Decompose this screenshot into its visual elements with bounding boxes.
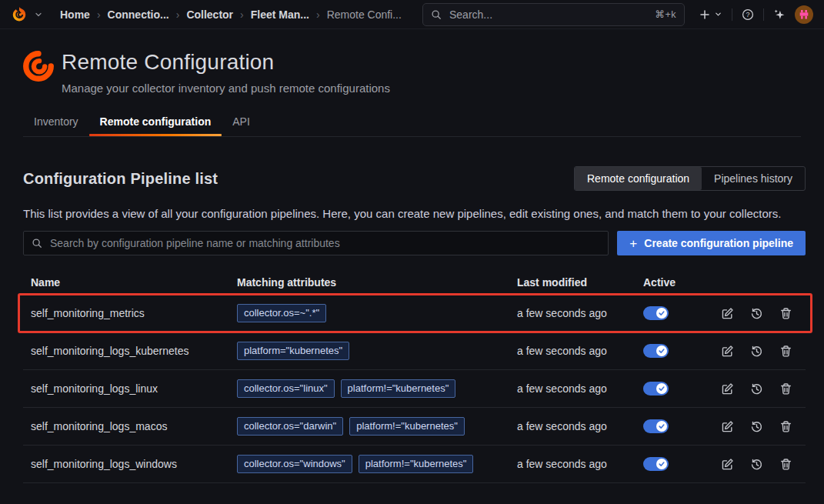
chevron-down-icon [714,10,722,18]
history-pipeline-button[interactable] [750,306,764,320]
check-icon [659,461,665,467]
last-modified: a few seconds ago [509,307,636,319]
attribute-badge: platform!="kubernetes" [349,417,465,436]
history-pipeline-button[interactable] [750,419,764,433]
pipeline-table: Name Matching attributes Last modified A… [23,269,806,483]
help-icon: ? [742,8,754,21]
history-icon [750,382,763,396]
edit-pipeline-button[interactable] [721,419,735,433]
table-header: Name Matching attributes Last modified A… [23,269,806,295]
active-toggle[interactable] [643,419,669,433]
delete-pipeline-button[interactable] [779,457,793,471]
attribute-badge: collector.os="windows" [237,455,352,473]
global-search-box[interactable]: ⌘+k [422,3,685,26]
delete-pipeline-button[interactable] [779,344,793,358]
pipeline-name: self_monitoring_logs_kubernetes [23,345,229,357]
trash-icon [779,382,792,396]
delete-pipeline-button[interactable] [779,382,793,396]
table-row: self_monitoring_logs_windows collector.o… [23,446,806,483]
matching-attributes: collector.os="darwin"platform!="kubernet… [229,417,509,436]
add-new-button[interactable] [699,8,722,21]
trash-icon [779,420,792,433]
attribute-badge: collector.os="darwin" [237,417,343,436]
global-search-input[interactable] [448,8,649,22]
section-description: This list provides a view of all your co… [23,207,801,220]
pipeline-search-box[interactable] [23,231,609,255]
sparkles-icon [773,8,786,21]
user-avatar[interactable] [795,5,813,24]
history-icon [750,345,763,358]
attribute-badge: collector.os=~".*" [237,304,326,322]
active-toggle[interactable] [643,306,669,320]
plus-icon [699,8,711,21]
breadcrumb-remote-configuration[interactable]: Remote Confi... [327,8,402,21]
row-actions [721,306,793,320]
breadcrumb-connections[interactable]: Connectio... [108,8,169,21]
table-row: self_monitoring_logs_macos collector.os=… [23,408,806,446]
breadcrumb-home[interactable]: Home [60,8,90,21]
active-cell [636,419,806,433]
topbar-actions: ? [699,5,813,24]
tab-api[interactable]: API [222,107,261,136]
breadcrumb-collector[interactable]: Collector [186,8,233,21]
grafana-logo-icon[interactable] [11,6,28,23]
pipeline-search-input[interactable] [48,236,600,250]
delete-pipeline-button[interactable] [779,419,793,433]
active-cell [636,306,806,320]
row-actions [721,344,793,358]
matching-attributes: collector.os="windows"platform!="kuberne… [229,455,509,473]
last-modified: a few seconds ago [509,382,636,395]
breadcrumb-fleet-management[interactable]: Fleet Man... [251,8,309,21]
page-header: Remote Configuration Manage your collect… [22,50,806,95]
attribute-badge: platform!="kubernetes" [341,379,456,398]
history-pipeline-button[interactable] [750,382,764,396]
pipeline-name: self_monitoring_logs_windows [23,458,229,470]
toggle-knob [656,383,667,394]
trash-icon [779,307,792,320]
top-navigation-bar: Home › Connectio... › Collector › Fleet … [0,0,824,29]
active-toggle[interactable] [643,382,669,396]
breadcrumb-separator: › [240,8,244,21]
edit-pipeline-button[interactable] [721,344,735,358]
column-header-matching-attributes: Matching attributes [229,276,509,289]
row-actions [721,382,793,396]
edit-icon [721,345,734,358]
tab-inventory[interactable]: Inventory [23,107,89,136]
attribute-badge: platform!="kubernetes" [359,455,474,473]
tab-remote-configuration[interactable]: Remote configuration [89,107,222,136]
history-pipeline-button[interactable] [750,457,764,471]
active-toggle[interactable] [643,457,669,471]
matching-attributes: collector.os="linux"platform!="kubernete… [229,379,509,398]
collector-app-icon [22,50,55,82]
ai-assistant-button[interactable] [773,8,786,21]
section-title: Configuration Pipeline list [23,170,218,188]
plus-icon: + [629,237,637,250]
edit-icon [721,307,734,320]
section-header: Configuration Pipeline list Remote confi… [23,166,806,191]
view-toggle-remote-configuration[interactable]: Remote configuration [575,167,702,190]
page-subtitle: Manage your collector inventory and push… [62,82,390,95]
active-cell [636,344,806,358]
last-modified: a few seconds ago [509,420,636,432]
help-button[interactable]: ? [742,8,754,21]
org-switcher-chevron-down-icon[interactable] [34,10,43,19]
active-toggle[interactable] [643,344,669,358]
toggle-knob [656,345,667,356]
view-toggle-pipelines-history[interactable]: Pipelines history [702,167,805,190]
last-modified: a few seconds ago [509,345,636,357]
create-configuration-pipeline-button[interactable]: + Create configuration pipeline [617,231,806,255]
toggle-knob [656,308,667,319]
toggle-knob [656,421,667,432]
table-row: self_monitoring_logs_linux collector.os=… [23,370,806,408]
edit-pipeline-button[interactable] [721,306,735,320]
edit-pipeline-button[interactable] [721,382,735,396]
check-icon [659,348,665,354]
delete-pipeline-button[interactable] [779,306,793,320]
history-pipeline-button[interactable] [750,344,764,358]
toggle-knob [656,459,667,469]
breadcrumb: Home › Connectio... › Collector › Fleet … [60,8,402,21]
matching-attributes: collector.os=~".*" [229,304,509,322]
edit-pipeline-button[interactable] [721,457,735,471]
page-tabs: Inventory Remote configuration API [23,107,801,137]
edit-icon [721,382,734,396]
